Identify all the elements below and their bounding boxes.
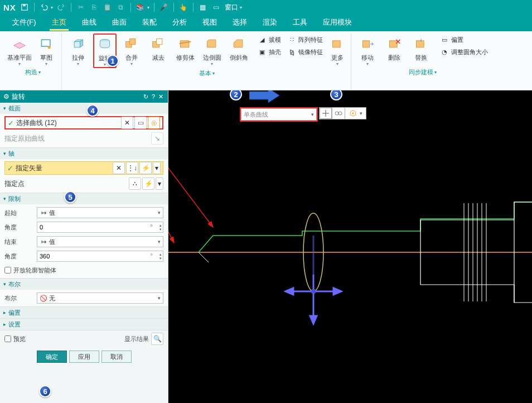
save-icon[interactable]: [20, 2, 30, 12]
tab-assembly[interactable]: 装配: [136, 14, 163, 31]
ribbon-group-construct: 基准平面▾ 草图▾ 构造▾: [4, 33, 62, 90]
pattern-feature-button[interactable]: ∷阵列特征: [286, 33, 324, 46]
copy-icon[interactable]: ⎘: [89, 2, 99, 12]
section-boolean-header[interactable]: ▾布尔: [0, 279, 168, 290]
catalog-icon[interactable]: 📚: [136, 2, 146, 12]
offset-icon: ▭: [439, 35, 449, 45]
shaft-geometry: [168, 90, 532, 403]
window-menu-dropdown[interactable]: ▾: [240, 5, 242, 10]
start-type-select[interactable]: ↦值▾: [37, 207, 163, 218]
revolve-panel: ⚙ 旋转 ↻ ? ✕ ▾截面 ✓选择曲线 (12) ✕ ▭ ◎: [0, 90, 168, 403]
tab-application[interactable]: 应用模块: [316, 14, 359, 31]
ribbon: 基准平面▾ 草图▾ 构造▾ 拉伸▾ 旋转▾ 合并▾: [0, 31, 532, 90]
close-icon[interactable]: ✕: [157, 93, 165, 100]
resize-blend-button[interactable]: ◔调整圆角大小: [438, 46, 489, 58]
chamfer-button[interactable]: 倒斜角: [227, 33, 250, 63]
section-settings-header[interactable]: ▸设置: [0, 319, 168, 330]
tab-tools[interactable]: 工具: [286, 14, 314, 31]
extrude-button[interactable]: 拉伸▾: [66, 33, 90, 67]
draft-button[interactable]: ◢拔模: [256, 33, 282, 46]
voice-icon[interactable]: 🎤: [159, 2, 169, 12]
tab-home[interactable]: 主页: [45, 14, 73, 31]
edge-blend-button[interactable]: 边倒圆▾: [200, 33, 224, 67]
svg-marker-41: [310, 316, 317, 324]
section-offset-header[interactable]: ▸偏置: [0, 307, 168, 318]
point-dropdown[interactable]: ▾: [156, 177, 163, 190]
catalog-dropdown[interactable]: ▾: [147, 5, 149, 10]
vector-auto-icon[interactable]: ⋮↓: [126, 162, 138, 174]
start-angle-input[interactable]: °▴▾: [37, 222, 163, 233]
mirror-feature-button[interactable]: ⧎镜像特征: [286, 46, 324, 58]
trim-body-icon: [176, 35, 194, 52]
tab-surface[interactable]: 曲面: [105, 14, 133, 31]
copy2-icon[interactable]: ⧉: [116, 2, 126, 12]
ok-button[interactable]: 确定: [37, 351, 67, 363]
viewport[interactable]: 单条曲线▾ ▾ 2 3: [168, 90, 532, 403]
specify-point-label[interactable]: 指定点: [4, 179, 25, 189]
apply-button[interactable]: 应用: [69, 351, 99, 363]
trim-body-button[interactable]: 修剪体: [173, 33, 197, 63]
help-icon[interactable]: ?: [151, 93, 156, 100]
curve-loop-icon[interactable]: ◎: [148, 117, 160, 129]
point-constructor-icon[interactable]: ⚡: [142, 177, 154, 190]
end-type-select[interactable]: ↦值▾: [37, 236, 163, 247]
tab-select[interactable]: 选择: [226, 14, 254, 31]
sketch-button[interactable]: 草图▾: [35, 33, 58, 67]
end-angle-input[interactable]: °▴▾: [37, 251, 163, 262]
delete-button[interactable]: 删除: [383, 33, 406, 63]
redo-icon[interactable]: [56, 2, 66, 12]
specify-vector-label[interactable]: 指定矢量: [16, 164, 42, 173]
tab-file[interactable]: 文件(F): [6, 14, 43, 31]
undo-icon[interactable]: [39, 2, 49, 12]
sketch-section-icon[interactable]: ✕: [121, 117, 133, 129]
badge-6: 6: [39, 385, 51, 397]
subtract-button[interactable]: 减去: [147, 33, 170, 63]
touch-icon[interactable]: 👆: [178, 2, 188, 12]
badge-1: 1: [107, 55, 119, 67]
gear-icon[interactable]: ⚙: [3, 93, 9, 100]
svg-point-4: [48, 46, 51, 49]
tab-curve[interactable]: 曲线: [75, 14, 103, 31]
section-axis-header[interactable]: ▾轴: [0, 148, 168, 159]
vector-dropdown[interactable]: ▾: [153, 162, 161, 174]
curve-chain-icon[interactable]: ▭: [134, 117, 147, 129]
panel-title: 旋转: [12, 92, 25, 102]
unite-button[interactable]: 合并▾: [120, 33, 143, 67]
tab-render[interactable]: 渲染: [256, 14, 284, 31]
cut-icon[interactable]: ✂: [76, 2, 86, 12]
select-curve-label[interactable]: 选择曲线 (12): [16, 118, 57, 128]
show-result-icon[interactable]: 🔍: [151, 333, 163, 345]
replace-button[interactable]: 替换: [409, 33, 433, 63]
refresh-icon[interactable]: ↻: [142, 93, 149, 100]
datum-plane-button[interactable]: 基准平面▾: [8, 33, 31, 67]
window-icon[interactable]: ▭: [211, 2, 221, 12]
bool-select[interactable]: 🚫无▾: [37, 292, 163, 304]
vector-x-icon[interactable]: ✕: [113, 162, 125, 174]
section-profile-header[interactable]: ▾截面: [0, 103, 168, 114]
none-icon: 🚫: [40, 294, 47, 302]
shell-button[interactable]: ▣抽壳: [256, 46, 282, 58]
ribbon-group-sync: 移动▾ 删除 替换 ▭偏置 ◔调整圆角大小 同步建模▾: [352, 33, 492, 90]
paste-icon[interactable]: 📋: [103, 2, 113, 12]
window-menu[interactable]: 窗口: [225, 3, 238, 12]
undo-dropdown[interactable]: ▾: [51, 5, 53, 10]
more-button[interactable]: 更多▾: [327, 33, 347, 67]
end-angle-label: 角度: [4, 252, 32, 261]
move-button[interactable]: 移动▾: [356, 33, 379, 67]
point-dialog-icon[interactable]: ∴: [129, 177, 141, 190]
offset-button[interactable]: ▭偏置: [438, 33, 489, 46]
tile-icon[interactable]: ▦: [198, 2, 208, 12]
svg-rect-6: [74, 42, 80, 47]
start-label: 起始: [4, 209, 32, 217]
vector-constructor-icon[interactable]: ⚡: [139, 162, 152, 174]
open-profile-checkbox[interactable]: 开放轮廓智能体: [4, 265, 163, 276]
tab-analysis[interactable]: 分析: [166, 14, 194, 31]
curve-filter-select[interactable]: 单条曲线▾: [241, 108, 317, 121]
tab-view[interactable]: 视图: [196, 14, 224, 31]
sketch-icon: [37, 35, 55, 52]
cancel-button[interactable]: 取消: [101, 351, 132, 363]
badge-4: 4: [86, 104, 99, 117]
check-icon: ✓: [8, 119, 14, 127]
section-limits-header[interactable]: ▾限制: [0, 193, 168, 204]
preview-checkbox[interactable]: 预览: [4, 333, 26, 344]
